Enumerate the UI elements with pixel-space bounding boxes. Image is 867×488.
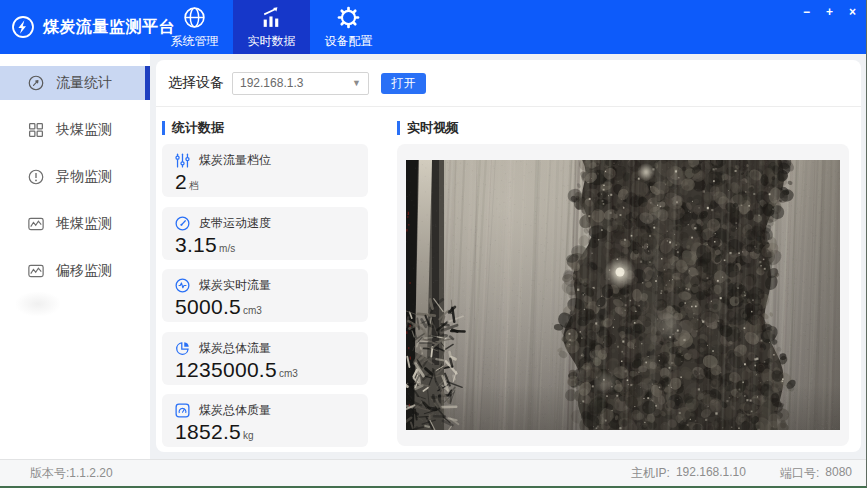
maximize-button[interactable]: + [826,6,833,18]
version-text: 版本号:1.1.2.20 [30,465,113,482]
main-panel: 选择设备 192.168.1.3 ▼ 打开 统计数据 [156,60,861,452]
accent-bar [397,121,400,135]
video-section-title: 实时视频 [397,120,849,136]
device-select-value: 192.168.1.3 [240,76,303,90]
sidebar-item-label: 异物监测 [56,168,112,186]
pie-chart-icon [174,340,191,357]
gear-icon [336,5,361,30]
port-label: 端口号: [780,465,819,482]
stat-value: 3.15 [175,233,217,257]
stat-card-total-flow: 煤炭总体流量 1235000.5 cm3 [162,332,368,385]
stat-unit: 档 [189,179,199,193]
port-value: 8080 [825,465,852,482]
nav-label: 设备配置 [325,33,373,50]
port: 端口号: 8080 [780,465,852,482]
app-logo-icon [11,15,35,39]
bar-chart-icon [259,5,284,30]
sidebar-item-flow-stats[interactable]: 流量统计 [0,66,150,100]
stat-label: 煤炭总体流量 [199,340,271,357]
video-card [397,144,849,446]
stat-unit: m/s [219,243,235,254]
nav-item-system[interactable]: 系统管理 [156,0,233,54]
video-section: 实时视频 [397,114,849,452]
device-selector-row: 选择设备 192.168.1.3 ▼ 打开 [156,60,861,107]
stat-unit: cm3 [279,368,298,379]
minimize-button[interactable]: − [803,6,810,18]
sidebar-item-label: 偏移监测 [56,262,112,280]
top-bar: 煤炭流量监测平台 系统管理 实时数据 [0,0,866,54]
stat-value: 5000.5 [175,295,241,319]
sidebar-item-label: 堆煤监测 [56,215,112,233]
window-controls: − + × [803,6,856,18]
sidebar-item-lump-coal[interactable]: 块煤监测 [0,113,150,147]
sidebar-item-label: 流量统计 [56,74,112,92]
stat-card-gear-level: 煤炭流量档位 2 档 [162,144,368,197]
chevron-down-icon: ▼ [352,78,361,88]
main-content: 统计数据 煤炭流量档位 [156,107,861,452]
host-ip-label: 主机IP: [631,465,670,482]
area-chart-icon [27,262,45,280]
stat-card-realtime-flow: 煤炭实时流量 5000.5 cm3 [162,269,368,322]
nav-item-device-config[interactable]: 设备配置 [310,0,387,54]
stat-label: 煤炭总体质量 [199,402,271,419]
sidebar-watermark [16,292,60,316]
sidebar-item-label: 块煤监测 [56,121,112,139]
brand: 煤炭流量监测平台 [0,0,150,54]
stat-unit: kg [243,430,254,441]
sliders-icon [174,152,191,169]
open-device-button[interactable]: 打开 [381,73,426,94]
area-chart-icon [27,215,45,233]
sidebar-item-coal-pile[interactable]: 堆煤监测 [0,207,150,241]
stat-value: 2 [175,170,187,194]
stat-card-belt-speed: 皮带运动速度 3.15 m/s [162,207,368,260]
top-nav: 系统管理 实时数据 [156,0,387,54]
grid-icon [27,121,45,139]
stat-label: 煤炭实时流量 [199,277,271,294]
sidebar-item-offset[interactable]: 偏移监测 [0,254,150,288]
host-ip: 主机IP: 192.168.1.10 [631,465,746,482]
close-button[interactable]: × [849,6,856,18]
stat-label: 皮带运动速度 [199,215,271,232]
speedometer-icon [174,215,191,232]
stat-value: 1235000.5 [175,358,277,382]
alert-circle-icon [27,168,45,186]
sidebar: 流量统计 块煤监测 异物监测 [0,54,150,459]
stats-section: 统计数据 煤炭流量档位 [162,114,374,452]
nav-item-realtime-data[interactable]: 实时数据 [233,0,310,54]
stat-label: 煤炭流量档位 [199,152,271,169]
sidebar-item-foreign-object[interactable]: 异物监测 [0,160,150,194]
stat-value: 1852.5 [175,420,241,444]
stat-card-total-mass: 煤炭总体质量 1852.5 kg [162,394,368,447]
globe-icon [182,5,207,30]
video-frame[interactable] [406,160,840,430]
host-ip-value: 192.168.1.10 [676,465,746,482]
app-window: 煤炭流量监测平台 系统管理 实时数据 [0,0,867,488]
nav-label: 实时数据 [248,33,296,50]
device-select[interactable]: 192.168.1.3 ▼ [232,72,369,95]
weight-gauge-icon [174,402,191,419]
accent-bar [162,121,165,135]
status-bar: 版本号:1.1.2.20 主机IP: 192.168.1.10 端口号: 808… [0,459,866,486]
device-select-label: 选择设备 [168,74,224,92]
gauge-icon [27,74,45,92]
stats-section-title: 统计数据 [162,120,374,136]
pulse-icon [174,277,191,294]
stat-unit: cm3 [243,305,262,316]
nav-label: 系统管理 [171,33,219,50]
